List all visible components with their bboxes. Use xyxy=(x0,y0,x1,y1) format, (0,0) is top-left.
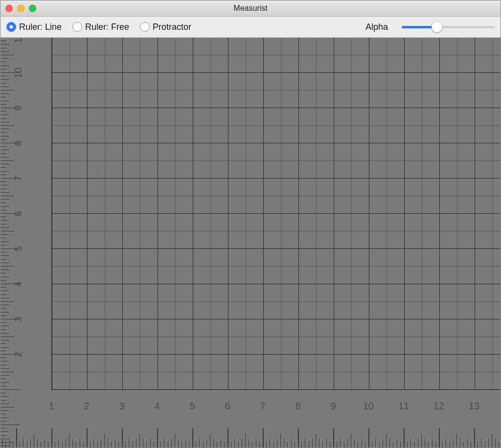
h-ruler-tick xyxy=(185,439,186,448)
tool-radio-protractor[interactable]: Protractor xyxy=(140,22,191,32)
v-ruler-tick xyxy=(0,245,6,246)
h-ruler-tick xyxy=(238,442,239,448)
h-ruler-tick xyxy=(309,442,309,448)
v-ruler-tick xyxy=(0,175,6,175)
alpha-slider[interactable] xyxy=(402,22,495,32)
h-ruler-tick xyxy=(298,428,299,448)
h-ruler-tick xyxy=(108,439,108,448)
h-ruler-tick xyxy=(80,439,80,448)
v-ruler-tick xyxy=(0,439,9,439)
titlebar: Measurist xyxy=(0,0,501,17)
v-ruler-tick xyxy=(0,291,9,291)
v-ruler-tick xyxy=(0,414,6,414)
v-ruler-tick xyxy=(0,157,9,157)
h-ruler-number: 4 xyxy=(154,401,159,412)
h-ruler-tick xyxy=(189,442,189,448)
v-ruler-tick xyxy=(0,181,6,182)
v-ruler-tick xyxy=(0,340,9,340)
v-ruler-tick xyxy=(0,220,9,221)
h-ruler-tick xyxy=(474,428,475,448)
h-ruler-number: 8 xyxy=(295,401,300,412)
h-ruler-tick xyxy=(224,442,225,448)
h-ruler-tick xyxy=(400,442,401,448)
v-ruler-tick xyxy=(0,379,6,379)
v-ruler-tick xyxy=(0,315,6,316)
v-ruler-tick xyxy=(0,139,6,140)
zoom-button[interactable] xyxy=(29,5,36,12)
v-ruler-tick xyxy=(0,312,9,313)
h-ruler-tick xyxy=(287,442,288,448)
v-ruler-tick xyxy=(0,351,6,351)
v-ruler-tick xyxy=(0,101,9,101)
h-ruler-tick xyxy=(273,442,274,448)
h-ruler-number: 10 xyxy=(363,401,374,412)
v-ruler-tick xyxy=(0,287,6,288)
h-ruler-tick xyxy=(499,442,499,448)
h-ruler-tick xyxy=(157,428,158,448)
h-ruler-tick xyxy=(175,434,175,448)
h-ruler-number: 13 xyxy=(469,401,479,412)
canvas-area[interactable]: 12345678910111213 234567891011 xyxy=(0,38,501,448)
tool-radio-label: Protractor xyxy=(153,22,191,32)
h-ruler-tick xyxy=(410,439,411,448)
h-ruler-tick xyxy=(421,434,422,448)
h-ruler-tick xyxy=(284,439,284,448)
h-ruler-tick xyxy=(432,439,433,448)
v-ruler-tick xyxy=(0,132,6,133)
h-ruler-number: 2 xyxy=(84,401,89,412)
v-ruler-tick xyxy=(0,269,9,270)
h-ruler-tick xyxy=(312,439,313,448)
tool-radio-ruler-free[interactable]: Ruler: Free xyxy=(72,22,129,32)
v-ruler-tick xyxy=(0,189,6,189)
h-ruler-tick xyxy=(492,434,492,448)
h-ruler-tick xyxy=(322,442,323,448)
h-ruler-tick xyxy=(192,428,193,448)
v-ruler-tick xyxy=(0,210,6,210)
h-ruler-tick xyxy=(485,442,485,448)
v-ruler-tick xyxy=(0,259,6,260)
h-ruler-tick xyxy=(249,439,249,448)
h-ruler-tick xyxy=(428,442,429,448)
v-ruler-tick xyxy=(0,396,9,397)
h-ruler-tick xyxy=(150,439,151,448)
v-ruler-tick xyxy=(0,213,20,214)
v-ruler-tick xyxy=(0,66,9,66)
h-ruler-tick xyxy=(104,434,105,448)
h-ruler-tick xyxy=(301,442,302,448)
tool-radio-ruler-line[interactable]: Ruler: Line xyxy=(6,22,62,32)
close-button[interactable] xyxy=(5,5,13,12)
h-ruler-tick xyxy=(58,439,59,448)
h-ruler-tick xyxy=(231,442,231,448)
v-ruler-tick xyxy=(0,206,9,207)
v-ruler-tick xyxy=(0,336,14,337)
radio-icon xyxy=(6,22,16,32)
v-ruler-tick xyxy=(0,231,14,231)
v-ruler-tick xyxy=(0,263,9,263)
h-ruler-tick xyxy=(277,439,277,448)
h-ruler-tick xyxy=(196,442,196,448)
minimize-button[interactable] xyxy=(17,5,24,12)
h-ruler-number: 12 xyxy=(433,401,444,412)
h-ruler-tick xyxy=(55,442,55,448)
h-ruler-tick xyxy=(228,428,228,448)
v-ruler-tick xyxy=(0,305,9,305)
tool-radio-label: Ruler: Free xyxy=(85,22,129,32)
h-ruler-tick xyxy=(456,434,457,448)
h-ruler-tick xyxy=(182,442,182,448)
h-ruler-tick xyxy=(122,428,123,448)
h-ruler-tick xyxy=(125,442,126,448)
v-ruler-tick xyxy=(0,330,6,330)
h-ruler-tick xyxy=(245,434,246,448)
alpha-slider-thumb[interactable] xyxy=(432,22,442,32)
v-ruler-tick xyxy=(0,277,9,277)
v-ruler-tick xyxy=(0,428,6,428)
v-ruler-tick xyxy=(0,382,9,383)
h-ruler-tick xyxy=(478,442,478,448)
v-ruler-tick xyxy=(0,178,20,179)
h-ruler-tick xyxy=(368,428,369,448)
v-ruler-tick xyxy=(0,79,9,80)
h-ruler-number: 5 xyxy=(189,401,195,412)
h-ruler-tick xyxy=(146,442,147,448)
h-ruler-tick xyxy=(446,439,446,448)
v-ruler-tick xyxy=(0,375,9,376)
